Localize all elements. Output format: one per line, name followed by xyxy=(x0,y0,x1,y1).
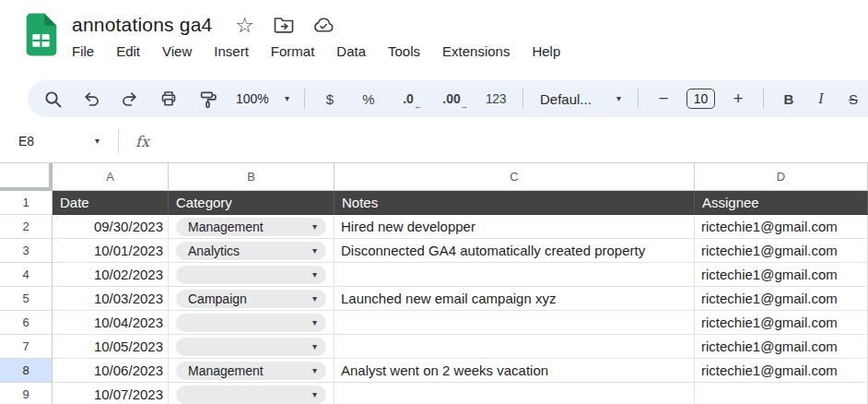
select-all-corner[interactable] xyxy=(0,163,53,191)
header-cell-date: Date xyxy=(53,191,169,215)
cell-assignee[interactable]: rictechie1@gmail.com xyxy=(695,359,868,383)
cell-date[interactable]: 10/01/2023 xyxy=(53,239,169,263)
increase-font-size-button[interactable]: + xyxy=(726,86,750,112)
font-size-input[interactable]: 10 xyxy=(686,89,715,109)
name-box[interactable]: E8 ▾ xyxy=(0,134,109,149)
cell-category[interactable]: ▾ xyxy=(169,335,334,359)
zoom-control[interactable]: 100% ▾ xyxy=(234,91,291,106)
menu-item-insert[interactable]: Insert xyxy=(203,41,260,62)
row-header-1[interactable]: 1 xyxy=(0,191,53,215)
redo-button[interactable] xyxy=(118,86,142,112)
cell-category[interactable]: ▾ xyxy=(169,263,334,287)
column-header-b[interactable]: B xyxy=(169,163,334,191)
name-box-value: E8 xyxy=(18,134,34,149)
arrow-right-icon: → xyxy=(460,101,468,111)
cell-date[interactable]: 10/05/2023 xyxy=(53,335,169,359)
cell-category[interactable]: Campaign▾ xyxy=(169,287,334,311)
spreadsheet-grid: ABCD 1DateCategoryNotesAssignee209/30/20… xyxy=(0,163,868,404)
increase-decimal-label: .00 xyxy=(442,91,460,106)
cell-date[interactable]: 10/02/2023 xyxy=(53,263,169,287)
strikethrough-button[interactable]: S xyxy=(841,86,865,112)
paint-format-button[interactable] xyxy=(195,86,219,112)
chevron-down-icon: ▾ xyxy=(312,270,317,279)
category-dropdown[interactable]: Management▾ xyxy=(176,362,326,380)
decrease-decimal-button[interactable]: .0 ← xyxy=(395,86,421,112)
bold-button[interactable]: B xyxy=(777,86,801,112)
menu-item-file[interactable]: File xyxy=(61,41,105,62)
cell-category[interactable]: ▾ xyxy=(169,383,334,404)
category-dropdown[interactable]: Analytics▾ xyxy=(176,242,326,260)
menu-item-help[interactable]: Help xyxy=(521,41,571,62)
row-header-6[interactable]: 6 xyxy=(0,311,53,335)
row-header-8[interactable]: 8 xyxy=(0,359,53,383)
menu-item-format[interactable]: Format xyxy=(260,41,326,62)
cell-date[interactable]: 09/30/2023 xyxy=(53,215,169,239)
cell-assignee[interactable]: rictechie1@gmail.com xyxy=(695,287,868,311)
increase-decimal-button[interactable]: .00 → xyxy=(436,86,467,112)
category-dropdown[interactable]: Campaign▾ xyxy=(176,290,326,308)
category-dropdown[interactable]: ▾ xyxy=(176,338,326,356)
cell-notes[interactable] xyxy=(334,383,695,404)
menu-item-tools[interactable]: Tools xyxy=(377,41,431,62)
column-header-a[interactable]: A xyxy=(53,163,169,191)
cell-notes[interactable]: Launched new email campaign xyz xyxy=(334,287,695,311)
move-to-folder-button[interactable] xyxy=(272,13,296,37)
cell-date[interactable]: 10/03/2023 xyxy=(53,287,169,311)
menu-item-data[interactable]: Data xyxy=(325,41,377,62)
row-header-7[interactable]: 7 xyxy=(0,335,53,359)
chevron-down-icon: ▾ xyxy=(312,318,317,327)
cell-notes[interactable] xyxy=(334,311,695,335)
row-header-5[interactable]: 5 xyxy=(0,287,53,311)
cell-category[interactable]: ▾ xyxy=(169,311,334,335)
cell-notes[interactable]: Disconnected GA4 automatically created p… xyxy=(334,239,695,263)
column-header-d[interactable]: D xyxy=(695,163,868,191)
category-dropdown[interactable]: Management▾ xyxy=(176,218,326,236)
grid-body: 1DateCategoryNotesAssignee209/30/2023Man… xyxy=(0,191,868,404)
document-title[interactable]: annotations ga4 xyxy=(72,14,212,36)
category-dropdown[interactable]: ▾ xyxy=(176,386,326,404)
cell-assignee[interactable]: rictechie1@gmail.com xyxy=(695,335,868,359)
category-dropdown[interactable]: ▾ xyxy=(176,266,326,284)
cell-date[interactable]: 10/04/2023 xyxy=(53,311,169,335)
star-button[interactable]: ☆ xyxy=(232,13,256,37)
font-family-selector[interactable]: Defaul... ▾ xyxy=(536,91,625,107)
menu-item-view[interactable]: View xyxy=(151,41,203,62)
formula-input[interactable] xyxy=(149,120,868,162)
row-header-4[interactable]: 4 xyxy=(0,263,53,287)
italic-button[interactable]: I xyxy=(809,86,833,112)
cell-category[interactable]: Analytics▾ xyxy=(169,239,334,263)
cell-category[interactable]: Management▾ xyxy=(169,359,334,383)
cell-date[interactable]: 10/06/2023 xyxy=(53,359,169,383)
cell-assignee[interactable]: rictechie1@gmail.com xyxy=(695,239,868,263)
cell-notes[interactable]: Analyst went on 2 weeks vacation xyxy=(334,359,695,383)
toolbar: 100% ▾ $ % .0 ← .00 → 123 Defaul... ▾ − … xyxy=(28,80,868,117)
format-currency-button[interactable]: $ xyxy=(318,86,342,112)
category-dropdown[interactable]: ▾ xyxy=(176,314,326,332)
cell-assignee[interactable] xyxy=(695,383,868,404)
row-header-2[interactable]: 2 xyxy=(0,215,53,239)
menu-item-edit[interactable]: Edit xyxy=(105,41,151,62)
cell-assignee[interactable]: rictechie1@gmail.com xyxy=(695,215,868,239)
cell-assignee[interactable]: rictechie1@gmail.com xyxy=(695,263,868,287)
row-header-9[interactable]: 9 xyxy=(0,383,53,404)
cell-assignee[interactable]: rictechie1@gmail.com xyxy=(695,311,868,335)
menu-item-extensions[interactable]: Extensions xyxy=(431,41,521,62)
print-button[interactable] xyxy=(157,86,181,112)
category-dropdown-label: Management xyxy=(188,363,264,378)
format-percent-button[interactable]: % xyxy=(357,86,381,112)
google-sheets-app: annotations ga4 ☆ FileEditViewInsertF xyxy=(0,0,868,404)
cell-notes[interactable]: Hired new developper xyxy=(334,215,695,239)
row-header-3[interactable]: 3 xyxy=(0,239,53,263)
cell-category[interactable]: Management▾ xyxy=(169,215,334,239)
category-dropdown-label: Management xyxy=(188,220,264,234)
undo-icon xyxy=(82,89,100,108)
cell-notes[interactable] xyxy=(334,263,695,287)
search-button[interactable] xyxy=(41,86,65,112)
number-format-button[interactable]: 123 xyxy=(482,86,510,112)
cell-date[interactable]: 10/07/2023 xyxy=(53,383,169,404)
undo-button[interactable] xyxy=(79,86,103,112)
column-header-c[interactable]: C xyxy=(334,163,695,191)
cloud-save-status-button[interactable] xyxy=(311,13,335,37)
decrease-font-size-button[interactable]: − xyxy=(651,86,675,112)
cell-notes[interactable] xyxy=(334,335,695,359)
